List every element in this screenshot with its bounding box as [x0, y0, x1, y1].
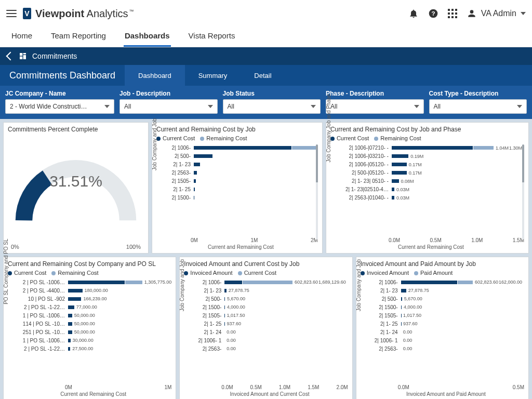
filter-select-phase[interactable]: All	[326, 99, 424, 114]
nav-tab-team-reporting[interactable]: Team Reporting	[50, 31, 107, 47]
x-tick: 0.5M	[250, 384, 262, 390]
y-tick: 2| 1- 25	[368, 321, 401, 327]
card-inv-paid: Invoiced Amount and Paid Amount by Job I…	[356, 257, 529, 399]
y-tick: 2| 1- 25	[191, 321, 224, 327]
x-axis-title: Current and Remaining Cost	[164, 244, 318, 250]
filter-select-job-status[interactable]: All	[223, 99, 321, 114]
user-menu[interactable]: VA Admin	[467, 8, 526, 19]
subtab-summary[interactable]: Summary	[185, 65, 241, 86]
topbar-actions: ? VA Admin	[408, 8, 526, 19]
y-tick: 1 | PO SL -1006…	[15, 313, 68, 318]
user-name: VA Admin	[481, 9, 516, 18]
card-title: Current and Remaining Cost by Job	[156, 126, 318, 133]
subtab-dashboard[interactable]: Dashboard	[125, 65, 185, 86]
scrollbar[interactable]	[522, 144, 524, 240]
filter-jc-company: JC Company - Name 2 - World Wide Constru…	[5, 90, 114, 114]
card-title: Current and Remaining Cost by Company an…	[8, 260, 171, 268]
filter-label: Phase - Description	[326, 90, 424, 97]
topbar: V Viewpoint Analytics™ ? VA Admin	[0, 0, 532, 27]
filter-select-jc-company[interactable]: 2 - World Wide Constructi…	[5, 99, 114, 114]
chevron-down-icon	[104, 105, 110, 108]
page-title: Commitments Dashboard	[0, 65, 125, 86]
gauge: 31.51%	[8, 135, 144, 248]
x-tick: 1.5M	[308, 384, 319, 390]
card-inv-cur: Invoiced Amount and Current Cost by Job …	[179, 257, 352, 399]
x-tick: 0.0M	[221, 384, 233, 390]
apps-icon[interactable]	[448, 9, 457, 18]
chevron-down-icon	[517, 105, 522, 108]
y-tick: 2| 1006-|03210- -	[338, 153, 392, 159]
y-tick: 114 | PO SL -10…	[15, 321, 68, 327]
svg-rect-2	[20, 53, 22, 56]
y-tick: 2| 1- 23	[164, 162, 194, 167]
y-tick: 2| 1006-|05120- -	[338, 162, 392, 167]
y-tick: 2 | PO SL -1006…	[15, 280, 68, 285]
y-tick: 2| 500-|05120- -	[338, 170, 392, 176]
chart-inv-paid[interactable]: 2| 1006-602,823.60162,000.002| 1- 2327,8…	[361, 278, 524, 397]
breadcrumb-bar: Commitments	[0, 47, 532, 65]
y-tick: 2| 1505-	[368, 313, 401, 318]
x-tick: 0M	[191, 237, 198, 243]
scrollbar[interactable]	[316, 144, 318, 240]
help-icon[interactable]: ?	[428, 8, 438, 19]
card-crc-job: Current and Remaining Cost by Job Curren…	[152, 122, 323, 254]
y-tick: 2| 500-	[191, 296, 224, 302]
chevron-down-icon	[311, 105, 316, 108]
x-tick: 0.0M	[398, 384, 409, 390]
filter-cost-type: Cost Type - Description All	[429, 90, 527, 114]
y-tick: 2| 2563-	[191, 346, 224, 352]
y-tick: 2| 1006-	[368, 280, 401, 285]
chart-legend: Current Cost Remaining Cost	[156, 135, 318, 141]
filter-label: Cost Type - Description	[429, 90, 527, 97]
breadcrumb-title: Commitments	[32, 52, 77, 60]
gauge-value: 31.51%	[8, 172, 144, 190]
chart-crc-posl[interactable]: 2 | PO SL -1006…1,305,775.002 | PO SL -4…	[8, 278, 171, 397]
nav-tab-vista-reports[interactable]: Vista Reports	[188, 31, 236, 47]
chart-crc-job[interactable]: 2| 1006-2| 500-2| 1- 232| 2563-2| 1505-2…	[156, 143, 318, 250]
x-tick: 1M	[251, 237, 258, 243]
chevron-down-icon	[414, 105, 419, 108]
chart-crc-job-phase[interactable]: 2| 1006-|07210- -1.04M1.30M2| 1006-|0321…	[330, 143, 524, 250]
filters-bar: JC Company - Name 2 - World Wide Constru…	[0, 86, 532, 119]
chart-inv-cur[interactable]: 2| 1006-602,823.601,689,129.602| 1- 2327…	[184, 278, 348, 397]
chevron-down-icon	[208, 105, 213, 108]
menu-icon[interactable]	[6, 10, 17, 17]
back-icon[interactable]	[6, 52, 15, 61]
y-tick: 2| 1- 24	[368, 329, 401, 335]
y-tick: 2 | PO SL -4400…	[15, 288, 68, 294]
filter-job: Job - Description All	[119, 90, 218, 114]
nav-tabs: Home Team Reporting Dashboards Vista Rep…	[0, 27, 532, 47]
filter-job-status: Job Status All	[223, 90, 321, 114]
nav-tab-home[interactable]: Home	[10, 31, 33, 47]
dashboard-body: Commitments Percent Complete 31.51% 0% 1…	[0, 119, 532, 399]
y-tick: 2| 2563-	[164, 170, 194, 176]
subtab-detail[interactable]: Detail	[241, 65, 285, 86]
y-tick: 2| 1006- 1	[191, 338, 224, 343]
y-tick: 2| 1- 23|02510-4…	[338, 187, 392, 192]
brand: V Viewpoint Analytics™	[23, 8, 134, 20]
y-tick: 2| 1500-	[164, 195, 194, 201]
svg-rect-4	[23, 55, 26, 59]
nav-tab-dashboards[interactable]: Dashboards	[124, 31, 171, 47]
bell-icon[interactable]	[408, 8, 419, 19]
filter-label: Job Status	[223, 90, 321, 97]
chart-legend: Invoiced Amount Current Cost	[184, 270, 348, 276]
filter-select-job[interactable]: All	[119, 99, 218, 114]
x-tick: 2.0M	[336, 384, 348, 390]
filter-phase: Phase - Description All	[326, 90, 424, 114]
y-tick: 2| 1006-	[164, 145, 194, 151]
y-tick: 2| 1006-	[191, 280, 224, 285]
card-crc-posl: Current and Remaining Cost by Company an…	[3, 257, 176, 399]
chart-legend: Current Cost Remaining Cost	[330, 135, 524, 141]
x-axis-title: Current and Remaining Cost	[338, 244, 524, 250]
y-tick: 2| 1- 23	[368, 288, 401, 294]
svg-text:?: ?	[431, 10, 435, 17]
y-tick: 2| 1- 23	[191, 288, 224, 294]
chart-legend: Current Cost Remaining Cost	[8, 270, 171, 276]
filter-select-cost-type[interactable]: All	[429, 99, 527, 114]
y-tick: 2| 500-	[368, 296, 401, 302]
user-icon	[467, 8, 477, 19]
card-gauge: Commitments Percent Complete 31.51% 0% 1…	[3, 122, 149, 254]
y-tick: 2| 2563-|01040- -	[338, 195, 392, 201]
x-tick: 0.5M	[513, 384, 524, 390]
